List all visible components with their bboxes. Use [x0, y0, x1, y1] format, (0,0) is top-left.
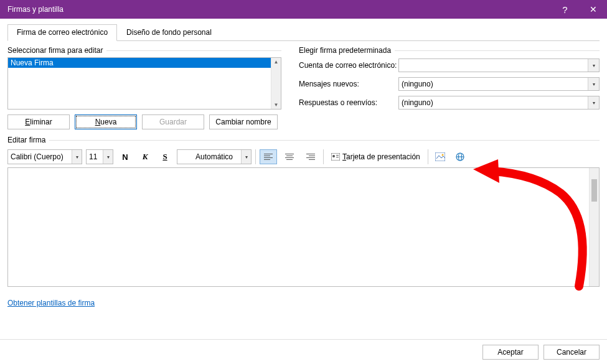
save-button: Guardar — [142, 114, 204, 129]
window-title: Firmas y plantilla — [7, 5, 551, 14]
insert-image-button[interactable] — [432, 149, 448, 164]
svg-point-1 — [332, 155, 335, 157]
chevron-down-icon: ▾ — [588, 78, 599, 90]
help-button[interactable]: ? — [551, 0, 579, 19]
cancel-button[interactable]: Cancelar — [543, 345, 600, 360]
get-templates-link[interactable]: Obtener plantillas de firma — [7, 299, 95, 307]
link-icon — [455, 152, 465, 162]
svg-rect-3 — [336, 157, 339, 157]
toolbar-separator — [428, 149, 428, 164]
default-signature-label: Elegir firma predeterminada — [299, 46, 600, 55]
signature-listbox[interactable]: Nueva Firma ▲▼ — [7, 57, 281, 110]
editor-toolbar: Calibri (Cuerpo)▾ 11▾ N K S Automático▾ … — [7, 149, 600, 164]
underline-button[interactable]: S — [157, 149, 173, 164]
account-label: Cuenta de correo electrónico: — [299, 61, 398, 70]
dialog-footer: Aceptar Cancelar — [0, 339, 607, 364]
chevron-down-icon: ▾ — [103, 150, 113, 164]
new-button[interactable]: Nueva — [75, 114, 137, 129]
align-center-button[interactable] — [281, 149, 298, 164]
toolbar-separator — [255, 149, 256, 164]
align-right-button[interactable] — [302, 149, 319, 164]
tab-email-signature[interactable]: Firma de correo electrónico — [7, 24, 117, 41]
replies-label: Respuestas o reenvíos: — [299, 98, 398, 107]
insert-hyperlink-button[interactable] — [452, 149, 468, 164]
image-icon — [435, 152, 445, 161]
listbox-scrollbar[interactable]: ▲▼ — [271, 58, 281, 109]
chevron-down-icon: ▾ — [588, 59, 599, 72]
select-signature-label: Seleccionar firma para editar — [7, 46, 281, 55]
account-combo[interactable]: ▾ — [398, 58, 600, 72]
tab-strip: Firma de correo electrónico Diseño de fo… — [7, 24, 600, 41]
edit-signature-label: Editar firma — [7, 136, 600, 144]
signature-editor[interactable] — [7, 167, 600, 287]
bold-button[interactable]: N — [117, 149, 133, 164]
chevron-down-icon: ▾ — [72, 150, 82, 164]
replies-combo[interactable]: (ninguno)▾ — [398, 96, 600, 110]
new-messages-label: Mensajes nuevos: — [299, 80, 398, 88]
new-messages-combo[interactable]: (ninguno)▾ — [398, 77, 600, 91]
chevron-down-icon: ▾ — [241, 150, 251, 164]
rename-button[interactable]: Cambiar nombre — [209, 114, 278, 129]
align-left-button[interactable] — [260, 149, 277, 164]
svg-point-5 — [441, 154, 443, 156]
font-size-select[interactable]: 11▾ — [86, 149, 113, 164]
list-item[interactable]: Nueva Firma — [8, 58, 271, 68]
tab-stationery[interactable]: Diseño de fondo personal — [117, 24, 221, 41]
editor-scrollbar[interactable] — [589, 168, 599, 286]
business-card-button[interactable]: Tarjeta de presentación — [327, 149, 424, 164]
italic-button[interactable]: K — [137, 149, 153, 164]
toolbar-separator — [323, 149, 324, 164]
font-select[interactable]: Calibri (Cuerpo)▾ — [7, 149, 82, 164]
svg-rect-2 — [336, 155, 339, 156]
delete-button[interactable]: Eliminar — [7, 114, 70, 129]
title-bar: Firmas y plantilla ? ✕ — [0, 0, 607, 19]
business-card-icon — [331, 153, 340, 161]
ok-button[interactable]: Aceptar — [482, 345, 539, 360]
font-color-select[interactable]: Automático▾ — [177, 149, 252, 164]
chevron-down-icon: ▾ — [588, 96, 599, 109]
close-button[interactable]: ✕ — [579, 0, 607, 19]
